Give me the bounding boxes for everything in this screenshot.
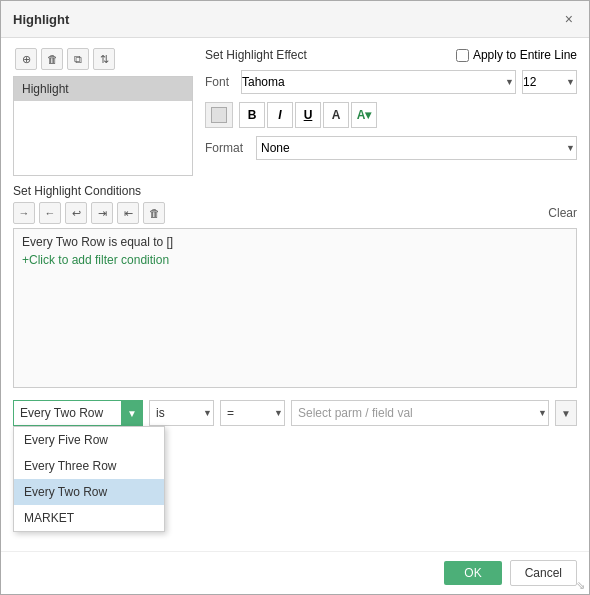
format-label: Format: [205, 141, 250, 155]
add-icon[interactable]: ⊕: [15, 48, 37, 70]
highlight-list: Highlight: [13, 76, 193, 176]
font-name-select[interactable]: Tahoma Arial Calibri: [241, 70, 516, 94]
cond-back-btn[interactable]: ↩: [65, 202, 87, 224]
apply-entire-line-row: Apply to Entire Line: [456, 48, 577, 62]
eq-select-wrapper: = ≠ > ▼: [220, 400, 285, 426]
font-name-wrapper: Tahoma Arial Calibri ▼: [241, 70, 516, 94]
highlight-list-item[interactable]: Highlight: [14, 77, 192, 101]
row-select[interactable]: Every Two Row Every Three Row Every Five…: [13, 400, 143, 426]
resize-handle-icon: ⇘: [576, 579, 585, 592]
parm-select[interactable]: Select parm / field val: [291, 400, 549, 426]
copy-icon[interactable]: ⧉: [67, 48, 89, 70]
cond-delete-btn[interactable]: 🗑: [143, 202, 165, 224]
conditions-label: Set Highlight Conditions: [13, 184, 141, 198]
format-row: Format None Currency Percent ▼: [205, 136, 577, 160]
highlight-color-button[interactable]: A▾: [351, 102, 377, 128]
dropdown-item-two-row[interactable]: Every Two Row: [14, 479, 164, 505]
effect-header: Set Highlight Effect Apply to Entire Lin…: [205, 48, 577, 62]
close-button[interactable]: ×: [561, 9, 577, 29]
conditions-header: Set Highlight Conditions: [13, 184, 577, 198]
format-buttons: B I U A A▾: [239, 102, 377, 128]
underline-button[interactable]: U: [295, 102, 321, 128]
font-color-button[interactable]: A: [323, 102, 349, 128]
left-panel: ⊕ 🗑 ⧉ ⇅ Highlight: [13, 48, 193, 176]
font-label: Font: [205, 75, 235, 89]
format-select[interactable]: None Currency Percent: [256, 136, 577, 160]
extra-button[interactable]: ▼: [555, 400, 577, 426]
font-size-wrapper: 12 10 14 ▼: [522, 70, 577, 94]
dialog-title: Highlight: [13, 12, 69, 27]
conditions-section: Set Highlight Conditions → ← ↩ ⇥ ⇤ 🗑 Cle…: [13, 184, 577, 388]
cond-indent-btn[interactable]: ⇥: [91, 202, 113, 224]
ok-button[interactable]: OK: [444, 561, 501, 585]
cancel-button[interactable]: Cancel: [510, 560, 577, 586]
cond-outdent-btn[interactable]: ⇤: [117, 202, 139, 224]
cond-left-btn[interactable]: ←: [39, 202, 61, 224]
dropdown-item-market[interactable]: MARKET: [14, 505, 164, 531]
right-panel: Set Highlight Effect Apply to Entire Lin…: [205, 48, 577, 176]
bg-color-swatch: [211, 107, 227, 123]
move-icon[interactable]: ⇅: [93, 48, 115, 70]
highlight-dialog: Highlight × ⊕ 🗑 ⧉ ⇅ Highlight Set Highl: [0, 0, 590, 595]
formatting-row: B I U A A▾: [205, 102, 577, 128]
left-toolbar: ⊕ 🗑 ⧉ ⇅: [13, 48, 193, 70]
is-select-wrapper: is is not ▼: [149, 400, 214, 426]
bold-button[interactable]: B: [239, 102, 265, 128]
condition-row-text: Every Two Row is equal to []: [22, 235, 568, 249]
dialog-content: ⊕ 🗑 ⧉ ⇅ Highlight Set Highlight Effect A…: [1, 38, 589, 551]
conditions-box: Every Two Row is equal to [] +Click to a…: [13, 228, 577, 388]
dialog-footer: OK Cancel: [1, 551, 589, 594]
delete-icon[interactable]: 🗑: [41, 48, 63, 70]
bg-color-button[interactable]: [205, 102, 233, 128]
clear-link[interactable]: Clear: [548, 206, 577, 220]
dropdown-item-five-row[interactable]: Every Five Row: [14, 427, 164, 453]
format-select-wrapper: None Currency Percent ▼: [256, 136, 577, 160]
parm-select-wrapper: Select parm / field val ▼: [291, 400, 549, 426]
cond-right-btn[interactable]: →: [13, 202, 35, 224]
dropdown-item-three-row[interactable]: Every Three Row: [14, 453, 164, 479]
bottom-controls: Every Two Row Every Three Row Every Five…: [13, 396, 577, 426]
is-select[interactable]: is is not: [149, 400, 214, 426]
font-row: Font Tahoma Arial Calibri ▼ 12 10: [205, 70, 577, 94]
row-dropdown-popup: Every Five Row Every Three Row Every Two…: [13, 426, 165, 532]
eq-select[interactable]: = ≠ >: [220, 400, 285, 426]
conditions-toolbar: → ← ↩ ⇥ ⇤ 🗑: [13, 202, 165, 224]
apply-entire-line-label: Apply to Entire Line: [473, 48, 577, 62]
row-dropdown-wrapper: Every Two Row Every Three Row Every Five…: [13, 400, 143, 426]
top-section: ⊕ 🗑 ⧉ ⇅ Highlight Set Highlight Effect A…: [13, 48, 577, 176]
effect-label: Set Highlight Effect: [205, 48, 307, 62]
add-filter-link[interactable]: +Click to add filter condition: [22, 253, 568, 267]
title-bar: Highlight ×: [1, 1, 589, 38]
font-size-select[interactable]: 12 10 14: [522, 70, 577, 94]
apply-entire-line-checkbox[interactable]: [456, 49, 469, 62]
italic-button[interactable]: I: [267, 102, 293, 128]
